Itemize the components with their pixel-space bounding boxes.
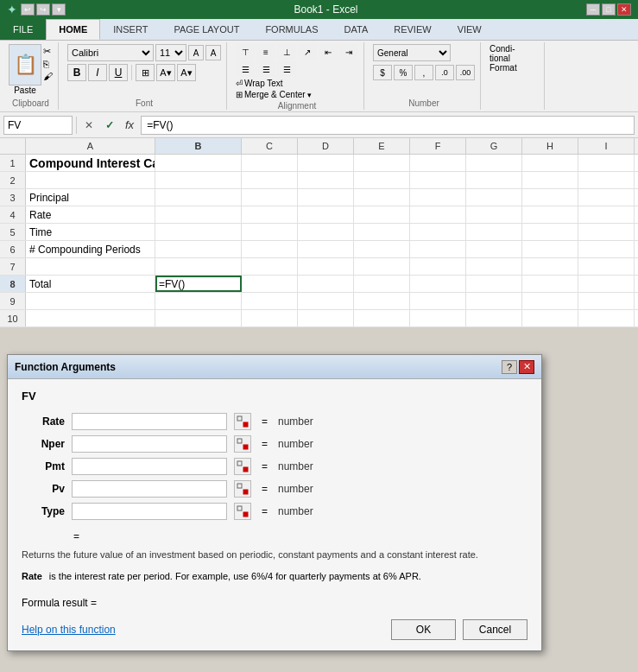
modal-overlay: Function Arguments ? ✕ FV Rate = number xyxy=(0,0,638,327)
